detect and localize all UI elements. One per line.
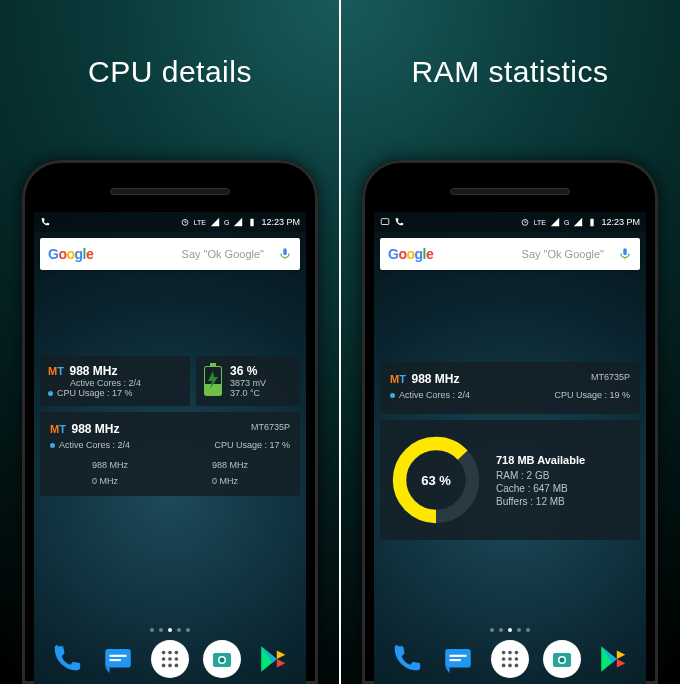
status-left <box>40 217 50 227</box>
mt-logo-3: MT <box>390 373 406 385</box>
phone-frame-left: LTE G 12:23 PM Google Say "Ok Google" <box>22 160 318 684</box>
svg-rect-26 <box>445 649 471 667</box>
svg-point-31 <box>515 651 519 655</box>
app-drawer-icon[interactable] <box>491 640 529 678</box>
core2-freq: 988 MHz <box>212 460 248 470</box>
svg-point-11 <box>168 657 172 661</box>
battery-widget[interactable]: 36 % 3873 mV 37.0 °C <box>196 356 300 406</box>
status-left <box>380 217 404 227</box>
play-store-icon[interactable] <box>255 640 293 678</box>
status-right: LTE G 12:23 PM <box>520 217 640 227</box>
svg-point-10 <box>162 657 166 661</box>
signal-icon <box>550 217 560 227</box>
svg-point-35 <box>502 664 506 668</box>
mic-icon[interactable] <box>618 247 632 261</box>
phone-app-icon[interactable] <box>47 640 85 678</box>
svg-rect-27 <box>450 655 467 657</box>
cpu-wide-widget[interactable]: MT 988 MHz MT6735P Active Cores : 2/4 CP… <box>40 412 300 496</box>
svg-point-29 <box>502 651 506 655</box>
svg-rect-22 <box>623 248 627 255</box>
title-cpu: CPU details <box>0 0 340 89</box>
cpu-usage: CPU Usage : 17 % <box>57 388 133 398</box>
g-label: G <box>564 219 569 226</box>
cpu-small-widget[interactable]: MT 988 MHz Active Cores : 2/4 CPU Usage … <box>40 356 190 406</box>
cpu-chip: MT6735P <box>251 422 290 436</box>
title-ram: RAM statistics <box>340 0 680 89</box>
svg-rect-4 <box>105 649 131 667</box>
messages-app-icon[interactable] <box>99 640 137 678</box>
status-bar: LTE G 12:23 PM <box>34 212 306 232</box>
status-dot-icon <box>50 443 55 448</box>
svg-point-18 <box>220 658 225 663</box>
status-dot-icon <box>48 391 53 396</box>
svg-rect-21 <box>591 219 594 227</box>
ram-widget[interactable]: 63 % 718 MB Available RAM : 2 GB Cache :… <box>380 420 640 540</box>
app-drawer-icon[interactable] <box>151 640 189 678</box>
status-dot-icon <box>390 393 395 398</box>
status-right: LTE G 12:23 PM <box>180 217 300 227</box>
svg-point-37 <box>515 664 519 668</box>
svg-point-14 <box>168 664 172 668</box>
svg-point-12 <box>175 657 179 661</box>
messages-app-icon[interactable] <box>439 640 477 678</box>
panel-divider <box>339 0 341 684</box>
cast-icon <box>380 217 390 227</box>
svg-point-8 <box>168 651 172 655</box>
phone-app-icon[interactable] <box>387 640 425 678</box>
google-search-bar[interactable]: Google Say "Ok Google" <box>40 238 300 270</box>
mt-logo: MT <box>48 365 64 377</box>
battery-icon <box>587 217 597 227</box>
g-label: G <box>224 219 229 226</box>
camera-app-icon[interactable] <box>203 640 241 678</box>
svg-rect-6 <box>110 659 121 661</box>
page-indicator <box>374 628 646 632</box>
cpu-wide-usage: CPU Usage : 17 % <box>214 440 290 450</box>
phone-call-icon <box>40 217 50 227</box>
search-placeholder: Say "Ok Google" <box>441 248 610 260</box>
svg-point-13 <box>162 664 166 668</box>
svg-point-36 <box>508 664 512 668</box>
google-logo: Google <box>48 246 93 262</box>
signal2-icon <box>573 217 583 227</box>
camera-app-icon[interactable] <box>543 640 581 678</box>
ram-total: RAM : 2 GB <box>496 470 585 481</box>
core3-freq: 0 MHz <box>92 476 128 486</box>
core1-freq: 988 MHz <box>92 460 128 470</box>
mic-icon[interactable] <box>278 247 292 261</box>
panel-cpu: CPU details LTE G 12:23 PM <box>0 0 340 684</box>
page-indicator <box>34 628 306 632</box>
svg-point-15 <box>175 664 179 668</box>
phone-speaker <box>110 188 230 195</box>
app-dock <box>374 640 646 678</box>
svg-point-34 <box>515 657 519 661</box>
battery-level-icon <box>204 366 222 396</box>
cpu-right-widget[interactable]: MT 988 MHz MT6735P Active Cores : 2/4 CP… <box>380 362 640 414</box>
svg-point-9 <box>175 651 179 655</box>
google-search-bar[interactable]: Google Say "Ok Google" <box>380 238 640 270</box>
battery-icon <box>247 217 257 227</box>
phone-speaker <box>450 188 570 195</box>
svg-rect-5 <box>110 655 127 657</box>
cpu-r-usage: CPU Usage : 19 % <box>554 390 630 400</box>
ram-buffers: Buffers : 12 MB <box>496 496 585 507</box>
cpu-cores: Active Cores : 2/4 <box>48 378 182 388</box>
lte-label: LTE <box>194 219 206 226</box>
svg-rect-19 <box>381 219 389 225</box>
alarm-icon <box>180 217 190 227</box>
mt-logo-2: MT <box>50 423 66 435</box>
svg-rect-28 <box>450 659 461 661</box>
svg-rect-2 <box>283 248 287 255</box>
play-store-icon[interactable] <box>595 640 633 678</box>
search-placeholder: Say "Ok Google" <box>101 248 270 260</box>
ram-donut-chart: 63 % <box>388 432 484 528</box>
cpu-r-freq: 988 MHz <box>411 372 459 386</box>
phone-screen-right: LTE G 12:23 PM Google Say "Ok Google" <box>374 212 646 684</box>
cpu-r-chip: MT6735P <box>591 372 630 386</box>
signal-icon <box>210 217 220 227</box>
cpu-wide-cores: Active Cores : 2/4 <box>59 440 130 450</box>
svg-point-33 <box>508 657 512 661</box>
battery-pct: 36 % <box>230 364 266 378</box>
svg-point-7 <box>162 651 166 655</box>
alarm-icon <box>520 217 530 227</box>
signal2-icon <box>233 217 243 227</box>
